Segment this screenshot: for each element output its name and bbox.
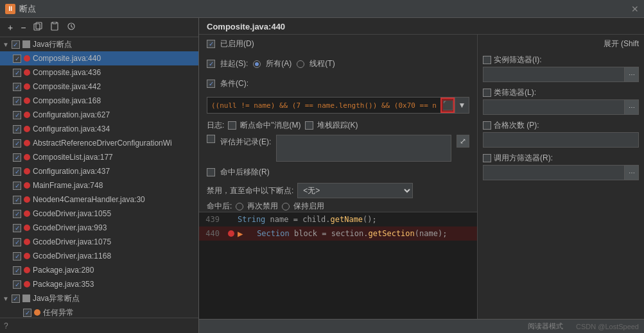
remove-hit-checkbox[interactable] — [207, 168, 215, 176]
breakpoint-item-composite-436[interactable]: Composite.java:436 — [0, 65, 198, 80]
item-checkbox[interactable] — [13, 182, 21, 190]
current-line-arrow: ▶ — [238, 228, 243, 239]
item-checkbox[interactable] — [13, 196, 21, 204]
caller-filter-item: 调用方筛选器(R): ⋯ — [483, 153, 639, 180]
disable-dropdown[interactable]: <无> — [297, 183, 413, 198]
class-filter-browse[interactable]: ⋯ — [625, 99, 639, 115]
help-button[interactable]: ? — [4, 321, 8, 330]
log-stack-checkbox[interactable] — [305, 121, 313, 130]
instance-filter-label: 实例筛选器(I): — [494, 55, 542, 65]
remove-hit-row: 命中后移除(R) — [207, 167, 469, 178]
breakpoint-item-package-280[interactable]: Package.java:280 — [0, 263, 198, 277]
breakpoint-item-composite-442[interactable]: Composite.java:442 — [0, 80, 198, 94]
java-line-breakpoints-group[interactable]: ▼ Java行断点 — [0, 37, 198, 51]
enabled-checkbox[interactable] — [207, 40, 215, 48]
breakpoint-item-gcode-993[interactable]: GcodeDriver.java:993 — [0, 221, 198, 235]
log-msg-checkbox[interactable] — [228, 121, 236, 130]
add-breakpoint-button[interactable]: + — [5, 21, 15, 34]
breakpoint-item-gcode-1075[interactable]: GcodeDriver.java:1075 — [0, 235, 198, 249]
group-type-icon — [22, 40, 30, 48]
radio-all[interactable] — [253, 60, 261, 68]
caller-filter-header: 调用方筛选器(R): — [483, 153, 639, 164]
item-checkbox[interactable] — [13, 266, 21, 275]
breakpoint-item-mainframe[interactable]: MainFrame.java:748 — [0, 178, 198, 192]
breakpoint-item-composite-168[interactable]: Composite.java:168 — [0, 94, 198, 108]
item-checkbox[interactable] — [13, 224, 21, 232]
caller-filter-input[interactable] — [483, 165, 625, 180]
item-label: Package.java:280 — [33, 266, 94, 275]
item-label: Composite.java:436 — [33, 68, 101, 77]
instance-filter-checkbox[interactable] — [483, 56, 491, 64]
item-checkbox[interactable] — [13, 83, 21, 91]
item-checkbox[interactable] — [13, 69, 21, 77]
reader-mode-button[interactable]: 阅读器模式 — [528, 321, 563, 331]
breakpoint-item-neoden[interactable]: Neoden4CameraHandler.java:30 — [0, 192, 198, 207]
breakpoint-item-compositelist-177[interactable]: CompositeList.java:177 — [0, 150, 198, 164]
item-label: GcodeDriver.java:1055 — [33, 209, 111, 218]
class-filter-input[interactable] — [483, 99, 625, 115]
condition-input[interactable] — [207, 98, 440, 113]
instance-filter-browse[interactable]: ⋯ — [625, 67, 639, 82]
suspend-checkbox[interactable] — [207, 60, 215, 68]
eval-expand-button[interactable]: ⤢ — [457, 135, 469, 148]
close-button[interactable]: ✕ — [631, 4, 639, 14]
item-checkbox[interactable] — [13, 280, 21, 289]
item-checkbox[interactable] — [13, 55, 21, 63]
breakpoint-item-package-353[interactable]: Package.java:353 — [0, 277, 198, 291]
breakpoint-item-gcode-1055[interactable]: GcodeDriver.java:1055 — [0, 207, 198, 221]
item-checkbox[interactable] — [13, 252, 21, 260]
class-filter-input-row: ⋯ — [483, 99, 639, 115]
item-checkbox[interactable] — [23, 309, 31, 317]
radio-keep-enabled[interactable] — [282, 203, 290, 210]
class-filter-checkbox[interactable] — [483, 89, 491, 97]
item-label: GcodeDriver.java:1075 — [33, 237, 111, 246]
breakpoint-dot — [24, 253, 30, 259]
java-exception-breakpoints-group[interactable]: ▼ Java异常断点 — [0, 291, 198, 305]
breakpoint-dot — [24, 225, 30, 231]
radio-thread[interactable] — [297, 60, 304, 68]
eval-textarea[interactable] — [276, 135, 451, 162]
breakpoint-dot — [24, 83, 30, 90]
pass-count-item: 合格次数 (P): — [483, 120, 639, 148]
pass-count-input[interactable] — [483, 132, 639, 148]
instance-filter-input[interactable] — [483, 67, 625, 82]
item-checkbox[interactable] — [13, 238, 21, 246]
condition-edit-button[interactable]: ⬛ — [440, 98, 455, 113]
group-label: Java行断点 — [33, 39, 72, 50]
breakpoint-item-config-627[interactable]: Configuration.java:627 — [0, 108, 198, 122]
breakpoint-item-gcode-1168[interactable]: GcodeDriver.java:1168 — [0, 249, 198, 263]
breakpoint-item-abstract[interactable]: AbstractReferenceDriverConfigurationWi — [0, 136, 198, 150]
item-checkbox[interactable] — [13, 167, 21, 176]
pass-count-label: 合格次数 (P): — [494, 120, 539, 131]
breakpoint-item-config-434[interactable]: Configuration.java:434 — [0, 122, 198, 136]
condition-expand-button[interactable]: ▼ — [455, 98, 469, 113]
breakpoint-dot — [24, 112, 30, 118]
code-lines: 439 String name = child.getName(); 440 — [199, 212, 477, 319]
radio-redisable[interactable] — [236, 203, 243, 210]
item-label: 任何异常 — [43, 307, 74, 318]
exception-any[interactable]: 任何异常 — [0, 305, 198, 318]
item-checkbox[interactable] — [13, 210, 21, 218]
paste-button[interactable] — [48, 21, 62, 34]
breakpoint-dot — [24, 55, 30, 62]
item-checkbox[interactable] — [13, 125, 21, 133]
group-checkbox[interactable] — [12, 40, 20, 49]
breakpoint-indicator — [228, 230, 234, 237]
item-checkbox[interactable] — [13, 153, 21, 162]
breakpoint-dot — [24, 168, 30, 175]
caller-filter-checkbox[interactable] — [483, 154, 491, 162]
pass-count-checkbox[interactable] — [483, 121, 491, 130]
group-checkbox[interactable] — [12, 295, 20, 303]
condition-checkbox[interactable] — [207, 80, 215, 88]
restore-button[interactable] — [64, 21, 78, 34]
caller-filter-browse[interactable]: ⋯ — [625, 165, 639, 180]
remove-breakpoint-button[interactable]: − — [18, 21, 28, 34]
copy-button[interactable] — [31, 21, 45, 34]
item-checkbox[interactable] — [13, 139, 21, 148]
window-title: 断点 — [19, 3, 36, 15]
breakpoint-item-config-437[interactable]: Configuration.java:437 — [0, 164, 198, 178]
item-checkbox[interactable] — [13, 111, 21, 119]
breakpoint-item-composite-440[interactable]: Composite.java:440 — [0, 51, 198, 65]
eval-checkbox[interactable] — [207, 135, 215, 143]
item-checkbox[interactable] — [13, 97, 21, 105]
